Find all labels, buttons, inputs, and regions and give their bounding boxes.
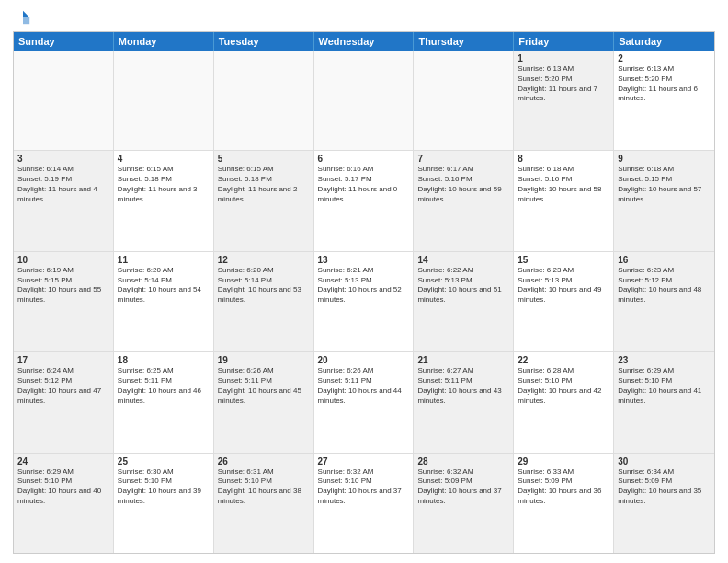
day-number: 22 [518, 355, 609, 365]
day-number: 18 [118, 355, 210, 365]
calendar-cell: 26Sunrise: 6:31 AM Sunset: 5:10 PM Dayli… [214, 454, 314, 553]
calendar-header: SundayMondayTuesdayWednesdayThursdayFrid… [14, 32, 714, 51]
day-info: Sunrise: 6:19 AM Sunset: 5:15 PM Dayligh… [17, 266, 109, 305]
day-number: 15 [518, 255, 609, 265]
day-info: Sunrise: 6:23 AM Sunset: 5:13 PM Dayligh… [518, 266, 609, 305]
day-number: 7 [417, 154, 509, 164]
day-number: 1 [518, 53, 609, 63]
calendar-cell: 1Sunrise: 6:13 AM Sunset: 5:20 PM Daylig… [514, 51, 614, 150]
day-number: 5 [218, 154, 310, 164]
day-number: 24 [17, 456, 109, 466]
day-info: Sunrise: 6:16 AM Sunset: 5:17 PM Dayligh… [318, 165, 410, 204]
day-number: 13 [318, 255, 410, 265]
day-number: 6 [318, 154, 410, 164]
day-number: 2 [618, 53, 711, 63]
day-number: 29 [518, 456, 609, 466]
calendar-row: 24Sunrise: 6:29 AM Sunset: 5:10 PM Dayli… [14, 454, 714, 553]
calendar-cell: 2Sunrise: 6:13 AM Sunset: 5:20 PM Daylig… [614, 51, 714, 150]
day-number: 12 [218, 255, 310, 265]
day-info: Sunrise: 6:13 AM Sunset: 5:20 PM Dayligh… [518, 64, 609, 104]
svg-marker-1 [23, 17, 29, 24]
calendar-row: 10Sunrise: 6:19 AM Sunset: 5:15 PM Dayli… [14, 252, 714, 352]
day-info: Sunrise: 6:30 AM Sunset: 5:10 PM Dayligh… [118, 467, 210, 507]
calendar-cell: 20Sunrise: 6:26 AM Sunset: 5:11 PM Dayli… [314, 352, 415, 452]
weekday-header: Monday [114, 32, 214, 51]
day-number: 25 [118, 456, 210, 466]
day-info: Sunrise: 6:24 AM Sunset: 5:12 PM Dayligh… [17, 366, 109, 406]
day-number: 23 [618, 355, 711, 365]
calendar-cell: 19Sunrise: 6:26 AM Sunset: 5:11 PM Dayli… [214, 352, 314, 452]
weekday-header: Saturday [614, 32, 714, 51]
day-info: Sunrise: 6:34 AM Sunset: 5:09 PM Dayligh… [618, 467, 711, 507]
day-number: 26 [218, 456, 310, 466]
calendar-cell [314, 51, 415, 150]
svg-marker-0 [23, 11, 29, 17]
day-info: Sunrise: 6:26 AM Sunset: 5:11 PM Dayligh… [318, 366, 410, 406]
calendar-cell: 3Sunrise: 6:14 AM Sunset: 5:19 PM Daylig… [14, 151, 114, 250]
day-info: Sunrise: 6:13 AM Sunset: 5:20 PM Dayligh… [618, 64, 711, 104]
day-info: Sunrise: 6:20 AM Sunset: 5:14 PM Dayligh… [218, 266, 310, 305]
logo [13, 9, 31, 26]
day-info: Sunrise: 6:25 AM Sunset: 5:11 PM Dayligh… [118, 366, 210, 406]
day-info: Sunrise: 6:21 AM Sunset: 5:13 PM Dayligh… [318, 266, 410, 305]
day-info: Sunrise: 6:17 AM Sunset: 5:16 PM Dayligh… [417, 165, 509, 204]
day-info: Sunrise: 6:28 AM Sunset: 5:10 PM Dayligh… [518, 366, 609, 406]
calendar-cell: 14Sunrise: 6:22 AM Sunset: 5:13 PM Dayli… [414, 252, 514, 351]
day-info: Sunrise: 6:14 AM Sunset: 5:19 PM Dayligh… [17, 165, 109, 204]
day-number: 21 [417, 355, 509, 365]
day-number: 30 [618, 456, 711, 466]
day-info: Sunrise: 6:15 AM Sunset: 5:18 PM Dayligh… [118, 165, 210, 204]
calendar-cell: 23Sunrise: 6:29 AM Sunset: 5:10 PM Dayli… [614, 352, 714, 452]
calendar-cell: 15Sunrise: 6:23 AM Sunset: 5:13 PM Dayli… [514, 252, 614, 351]
calendar-cell: 16Sunrise: 6:23 AM Sunset: 5:12 PM Dayli… [614, 252, 714, 351]
logo-icon [15, 9, 31, 26]
day-number: 17 [17, 355, 109, 365]
day-number: 14 [417, 255, 509, 265]
day-number: 19 [218, 355, 310, 365]
calendar-body: 1Sunrise: 6:13 AM Sunset: 5:20 PM Daylig… [14, 51, 714, 553]
weekday-header: Thursday [414, 32, 514, 51]
calendar-cell: 27Sunrise: 6:32 AM Sunset: 5:10 PM Dayli… [314, 454, 415, 553]
weekday-header: Friday [514, 32, 614, 51]
day-info: Sunrise: 6:15 AM Sunset: 5:18 PM Dayligh… [218, 165, 310, 204]
day-info: Sunrise: 6:18 AM Sunset: 5:15 PM Dayligh… [618, 165, 711, 204]
header [13, 9, 715, 26]
day-info: Sunrise: 6:32 AM Sunset: 5:09 PM Dayligh… [417, 467, 509, 507]
calendar-cell: 6Sunrise: 6:16 AM Sunset: 5:17 PM Daylig… [314, 151, 415, 250]
day-number: 9 [618, 154, 711, 164]
calendar-cell [114, 51, 214, 150]
day-info: Sunrise: 6:23 AM Sunset: 5:12 PM Dayligh… [618, 266, 711, 305]
day-number: 20 [318, 355, 410, 365]
day-info: Sunrise: 6:29 AM Sunset: 5:10 PM Dayligh… [17, 467, 109, 507]
calendar-cell [414, 51, 514, 150]
calendar-cell: 25Sunrise: 6:30 AM Sunset: 5:10 PM Dayli… [114, 454, 214, 553]
day-number: 11 [118, 255, 210, 265]
day-number: 4 [118, 154, 210, 164]
day-number: 27 [318, 456, 410, 466]
calendar-cell: 7Sunrise: 6:17 AM Sunset: 5:16 PM Daylig… [414, 151, 514, 250]
day-info: Sunrise: 6:32 AM Sunset: 5:10 PM Dayligh… [318, 467, 410, 507]
calendar-cell: 18Sunrise: 6:25 AM Sunset: 5:11 PM Dayli… [114, 352, 214, 452]
calendar-row: 3Sunrise: 6:14 AM Sunset: 5:19 PM Daylig… [14, 151, 714, 251]
calendar-cell: 4Sunrise: 6:15 AM Sunset: 5:18 PM Daylig… [114, 151, 214, 250]
calendar-cell: 11Sunrise: 6:20 AM Sunset: 5:14 PM Dayli… [114, 252, 214, 351]
calendar-cell: 5Sunrise: 6:15 AM Sunset: 5:18 PM Daylig… [214, 151, 314, 250]
day-info: Sunrise: 6:31 AM Sunset: 5:10 PM Dayligh… [218, 467, 310, 507]
calendar-cell: 10Sunrise: 6:19 AM Sunset: 5:15 PM Dayli… [14, 252, 114, 351]
calendar: SundayMondayTuesdayWednesdayThursdayFrid… [13, 31, 715, 554]
day-info: Sunrise: 6:18 AM Sunset: 5:16 PM Dayligh… [518, 165, 609, 204]
calendar-cell: 9Sunrise: 6:18 AM Sunset: 5:15 PM Daylig… [614, 151, 714, 250]
weekday-header: Sunday [14, 32, 114, 51]
calendar-row: 1Sunrise: 6:13 AM Sunset: 5:20 PM Daylig… [14, 51, 714, 151]
calendar-cell: 28Sunrise: 6:32 AM Sunset: 5:09 PM Dayli… [414, 454, 514, 553]
calendar-cell: 13Sunrise: 6:21 AM Sunset: 5:13 PM Dayli… [314, 252, 415, 351]
day-number: 16 [618, 255, 711, 265]
calendar-cell: 22Sunrise: 6:28 AM Sunset: 5:10 PM Dayli… [514, 352, 614, 452]
day-info: Sunrise: 6:26 AM Sunset: 5:11 PM Dayligh… [218, 366, 310, 406]
day-info: Sunrise: 6:27 AM Sunset: 5:11 PM Dayligh… [417, 366, 509, 406]
weekday-header: Tuesday [214, 32, 314, 51]
weekday-header: Wednesday [314, 32, 415, 51]
day-number: 3 [17, 154, 109, 164]
logo-text [13, 9, 31, 26]
calendar-cell: 30Sunrise: 6:34 AM Sunset: 5:09 PM Dayli… [614, 454, 714, 553]
